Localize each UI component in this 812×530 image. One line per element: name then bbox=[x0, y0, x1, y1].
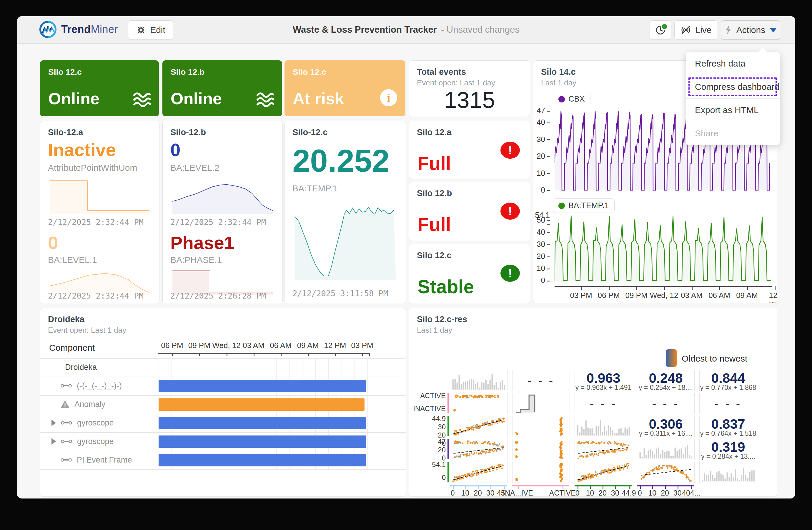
gantt-row-label[interactable]: Anomaly bbox=[60, 399, 105, 409]
row-separator bbox=[40, 377, 406, 377]
legend-ba-temp1[interactable]: BA:TEMP.1 bbox=[553, 198, 614, 213]
matrix-plot bbox=[512, 439, 569, 460]
x-tick-label: 09 AM bbox=[736, 291, 758, 300]
expand-caret-icon[interactable] bbox=[52, 438, 56, 445]
matrix-cell[interactable] bbox=[512, 416, 570, 437]
matrix-plot bbox=[450, 416, 507, 437]
matrix-cell[interactable]: - - - bbox=[637, 393, 695, 414]
col-axis-tick bbox=[615, 486, 616, 489]
matrix-cell[interactable] bbox=[450, 416, 508, 437]
row-separator bbox=[40, 432, 406, 433]
matrix-cell[interactable] bbox=[450, 439, 508, 460]
total-events-subtitle: Event open: Last 1 day bbox=[417, 78, 495, 87]
matrix-cell[interactable] bbox=[575, 462, 632, 483]
silo-14c-title: Silo 14.c bbox=[541, 67, 576, 77]
matrix-cell[interactable] bbox=[512, 462, 570, 483]
gantt-event-bar[interactable] bbox=[159, 399, 364, 411]
y-tick-label: 0 bbox=[533, 276, 550, 285]
col-axis-tick bbox=[603, 486, 604, 489]
status-tile-silo-12c-at-risk: Silo 12.c At risk i bbox=[285, 60, 405, 116]
y-tick-label: 10 bbox=[533, 264, 550, 273]
metric-value: 20.252 bbox=[292, 142, 390, 179]
gantt-row-label[interactable]: gyroscope bbox=[52, 436, 114, 446]
gantt-event-bar[interactable] bbox=[159, 435, 366, 448]
matrix-cell[interactable] bbox=[512, 439, 570, 460]
alert-tile-title: Silo 12.a bbox=[417, 127, 452, 137]
live-button[interactable]: Live bbox=[674, 20, 718, 40]
matrix-cell[interactable]: - - - bbox=[512, 370, 570, 391]
gantt-row-text: PI Event Frame bbox=[77, 456, 132, 465]
gantt-row-label[interactable]: Droideka bbox=[65, 362, 97, 372]
matrix-cell[interactable]: 0.837y = 0.764x + 1.518 bbox=[699, 416, 757, 437]
row-axis-labels: 47200 bbox=[415, 437, 446, 459]
legend-dot bbox=[559, 96, 565, 102]
link-icon bbox=[60, 383, 72, 389]
matrix-cell[interactable]: 0.844y = 0.770x + 1.868 bbox=[699, 370, 757, 391]
matrix-plot bbox=[512, 416, 569, 437]
matrix-cell[interactable]: - - - bbox=[699, 393, 757, 414]
row-axis-label: 20 bbox=[438, 446, 446, 454]
status-tile-title: Silo 12.c bbox=[48, 67, 82, 77]
matrix-cell[interactable] bbox=[575, 439, 632, 460]
x-axis-line bbox=[554, 286, 772, 287]
metric-timestamp: 2/12/2025 2:32:44 PM bbox=[48, 218, 144, 227]
matrix-plot bbox=[450, 462, 507, 483]
matrix-cell[interactable]: - - - bbox=[575, 393, 632, 414]
link-icon bbox=[61, 420, 72, 426]
gantt-row-label[interactable]: gyroscope bbox=[52, 418, 114, 428]
x-tick bbox=[581, 286, 582, 290]
menu-item-refresh-data[interactable]: Refresh data bbox=[686, 52, 780, 75]
expand-caret-icon[interactable] bbox=[52, 420, 56, 426]
gantt-tick bbox=[281, 353, 281, 356]
row-axis-bar bbox=[448, 462, 449, 482]
matrix-cell[interactable]: 0.306y = 0.311x + 16.... bbox=[637, 416, 695, 437]
live-button-label: Live bbox=[695, 25, 711, 35]
matrix-cell[interactable]: 0.248y = 0.254x + 18.... bbox=[637, 370, 695, 391]
actions-button-label: Actions bbox=[736, 25, 765, 35]
menu-item-compress-dashboard[interactable]: Compress dashboard bbox=[686, 75, 780, 98]
row-axis-label: INACTIVE bbox=[413, 405, 446, 413]
row-axis-labels: 54.10 bbox=[415, 461, 446, 482]
col-axis-label: 30 bbox=[611, 489, 619, 497]
status-tile-title: Silo 12.c bbox=[293, 67, 326, 77]
col-axis-label: 404... bbox=[682, 489, 700, 497]
matrix-cell[interactable] bbox=[450, 462, 508, 483]
matrix-cell[interactable] bbox=[637, 462, 695, 483]
gantt-row-text: Anomaly bbox=[74, 400, 105, 409]
no-correlation-dashes: - - - bbox=[575, 393, 632, 414]
gantt-row-label[interactable]: (-(-_(-_-)_-)-) bbox=[60, 381, 122, 391]
alert-icon: ! bbox=[501, 203, 520, 220]
gantt-tick bbox=[362, 353, 363, 356]
gantt-tick-label: 09 AM bbox=[297, 341, 319, 350]
matrix-cell[interactable] bbox=[575, 416, 632, 437]
actions-button[interactable]: Actions bbox=[721, 20, 780, 40]
matrix-cell[interactable] bbox=[637, 439, 695, 460]
gantt-row-text: (-(-_(-_-)_-)-) bbox=[77, 381, 122, 390]
matrix-cell[interactable] bbox=[699, 462, 757, 483]
col-axis-tick bbox=[504, 486, 505, 489]
col-axis-tick bbox=[590, 486, 591, 489]
legend-label: CBX bbox=[568, 95, 585, 104]
row-separator bbox=[40, 358, 406, 359]
gantt-event-bar[interactable] bbox=[159, 417, 366, 429]
menu-item-share[interactable]: Share bbox=[686, 122, 780, 145]
no-correlation-dashes: - - - bbox=[700, 393, 757, 414]
total-events-title: Total events bbox=[417, 67, 466, 77]
matrix-cell[interactable] bbox=[450, 393, 508, 414]
matrix-cell[interactable]: 0.319y = 0.284x + 13.... bbox=[699, 439, 757, 460]
gantt-event-bar[interactable] bbox=[159, 454, 366, 466]
gantt-event-bar[interactable] bbox=[159, 380, 366, 392]
matrix-cell[interactable] bbox=[512, 393, 570, 414]
history-button[interactable] bbox=[650, 20, 671, 40]
alert-tile-title: Silo 12.b bbox=[417, 189, 452, 198]
row-separator bbox=[40, 414, 406, 414]
x-tick-label: 06 AM bbox=[708, 291, 730, 300]
info-icon[interactable]: i bbox=[380, 89, 397, 106]
gantt-subtitle: Event open: Last 1 day bbox=[48, 326, 126, 335]
legend-cbx[interactable]: CBX bbox=[553, 92, 591, 106]
ok-icon: ! bbox=[501, 265, 520, 282]
matrix-cell[interactable] bbox=[450, 370, 508, 391]
matrix-cell[interactable]: 0.963y = 0.963x + 1.491 bbox=[575, 370, 632, 391]
menu-item-export-as-html[interactable]: Export as HTML bbox=[686, 98, 780, 122]
gantt-row-label[interactable]: PI Event Frame bbox=[60, 455, 132, 465]
